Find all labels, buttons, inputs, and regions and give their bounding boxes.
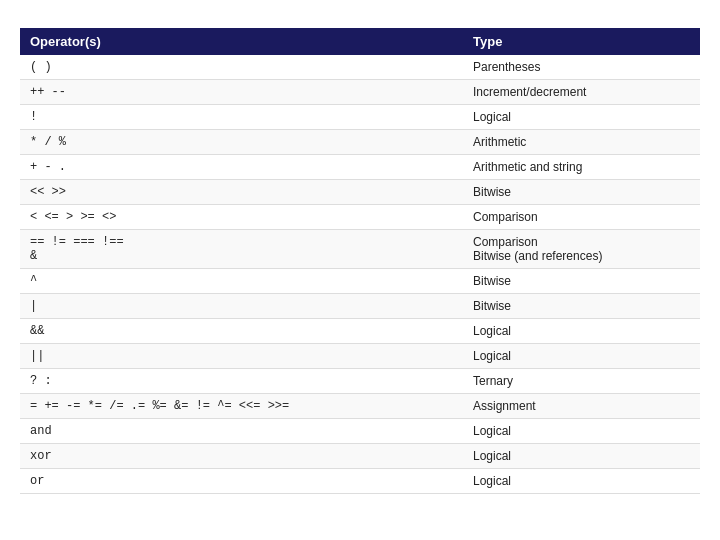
table-row: == != === !==&ComparisonBitwise (and ref… [20, 230, 700, 269]
table-row: xorLogical [20, 444, 700, 469]
type-cell: Assignment [463, 394, 700, 419]
table-row: * / %Arithmetic [20, 130, 700, 155]
type-cell: Arithmetic [463, 130, 700, 155]
operator-cell: || [20, 344, 463, 369]
type-cell: Logical [463, 344, 700, 369]
col-header-type: Type [463, 28, 700, 55]
table-row: ++ --Increment/decrement [20, 80, 700, 105]
table-row: |Bitwise [20, 294, 700, 319]
operator-cell: && [20, 319, 463, 344]
operator-cell: < <= > >= <> [20, 205, 463, 230]
operator-cell: ? : [20, 369, 463, 394]
col-header-operators: Operator(s) [20, 28, 463, 55]
type-cell: Ternary [463, 369, 700, 394]
operator-cell: ( ) [20, 55, 463, 80]
operator-cell: = += -= *= /= .= %= &= != ^= <<= >>= [20, 394, 463, 419]
operator-cell: or [20, 469, 463, 494]
table-row: ||Logical [20, 344, 700, 369]
operator-cell: ^ [20, 269, 463, 294]
type-cell: Logical [463, 469, 700, 494]
table-row: << >>Bitwise [20, 180, 700, 205]
type-cell: ComparisonBitwise (and references) [463, 230, 700, 269]
type-cell: Logical [463, 419, 700, 444]
table-row: andLogical [20, 419, 700, 444]
operator-cell: == != === !==& [20, 230, 463, 269]
operator-cell: + - . [20, 155, 463, 180]
type-cell: Parentheses [463, 55, 700, 80]
type-cell: Increment/decrement [463, 80, 700, 105]
table-row: !Logical [20, 105, 700, 130]
operator-precedence-table: Operator(s) Type ( )Parentheses++ --Incr… [20, 28, 700, 494]
operator-cell: | [20, 294, 463, 319]
operator-cell: and [20, 419, 463, 444]
type-cell: Logical [463, 319, 700, 344]
type-cell: Bitwise [463, 269, 700, 294]
operator-cell: << >> [20, 180, 463, 205]
type-cell: Arithmetic and string [463, 155, 700, 180]
type-cell: Logical [463, 444, 700, 469]
table-row: = += -= *= /= .= %= &= != ^= <<= >>=Assi… [20, 394, 700, 419]
table-row: &&Logical [20, 319, 700, 344]
table-row: orLogical [20, 469, 700, 494]
table-row: ( )Parentheses [20, 55, 700, 80]
operator-cell: ++ -- [20, 80, 463, 105]
operator-cell: xor [20, 444, 463, 469]
operator-cell: ! [20, 105, 463, 130]
table-row: ? :Ternary [20, 369, 700, 394]
type-cell: Comparison [463, 205, 700, 230]
table-row: ^Bitwise [20, 269, 700, 294]
table-row: + - .Arithmetic and string [20, 155, 700, 180]
type-cell: Bitwise [463, 180, 700, 205]
operator-cell: * / % [20, 130, 463, 155]
table-row: < <= > >= <>Comparison [20, 205, 700, 230]
type-cell: Bitwise [463, 294, 700, 319]
type-cell: Logical [463, 105, 700, 130]
